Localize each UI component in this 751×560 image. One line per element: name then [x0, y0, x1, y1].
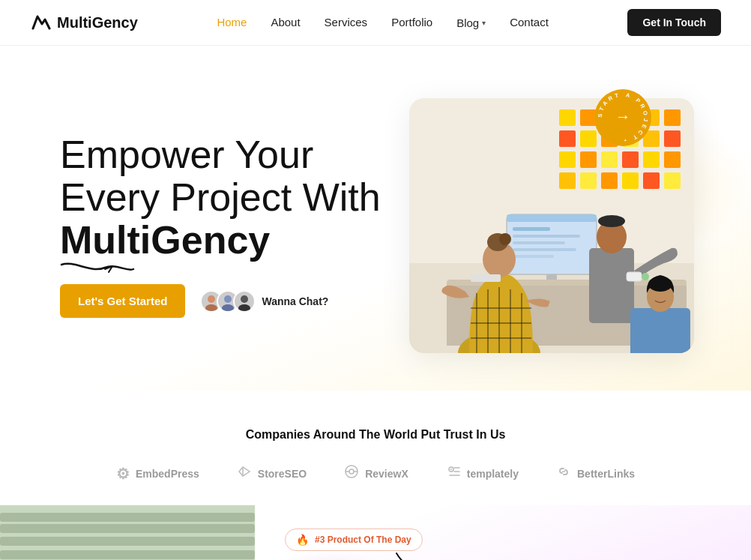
svg-rect-27 — [622, 151, 639, 168]
svg-rect-31 — [580, 172, 597, 189]
nav-link-portfolio[interactable]: Portfolio — [391, 16, 432, 28]
start-project-badge[interactable]: START A PROJECT • → — [592, 87, 654, 148]
svg-rect-35 — [664, 172, 681, 189]
curly-arrow — [393, 550, 438, 560]
svg-rect-17 — [664, 109, 681, 126]
svg-rect-81 — [0, 537, 255, 546]
logo[interactable]: MultiGency — [30, 12, 138, 33]
nav-link-about[interactable]: About — [271, 16, 300, 28]
bottom-right: 🔥 #3 Product Of The Day Your Vision, Our… — [255, 505, 751, 560]
svg-rect-33 — [622, 172, 639, 189]
svg-rect-66 — [627, 272, 642, 281]
trust-title: Companies Around The World Put Trust In … — [30, 428, 721, 442]
hero-title-line1: Empower Your — [60, 133, 313, 176]
storeseo-icon — [237, 464, 252, 483]
bottom-section: 🔥 #3 Product Of The Day Your Vision, Our… — [0, 505, 751, 560]
nav-link-services[interactable]: Services — [325, 16, 368, 28]
trust-section: Companies Around The World Put Trust In … — [0, 391, 751, 505]
trust-logo-reviewx[interactable]: ReviewX — [344, 464, 408, 483]
svg-rect-82 — [0, 524, 255, 533]
badge-circle-svg: START A PROJECT • → — [592, 87, 654, 148]
logo-icon — [30, 12, 51, 33]
avatar-group — [200, 290, 256, 313]
nav-link-contact[interactable]: Contact — [510, 16, 549, 28]
svg-rect-42 — [513, 255, 554, 258]
hero-title-line2: Every Project With — [60, 175, 381, 219]
svg-text:→: → — [615, 108, 630, 124]
trust-logo-storeseo[interactable]: StoreSEO — [237, 464, 307, 483]
svg-rect-32 — [601, 172, 618, 189]
svg-point-1 — [205, 304, 217, 311]
svg-rect-40 — [513, 241, 565, 244]
svg-rect-24 — [559, 151, 576, 168]
betterlinks-icon — [556, 464, 571, 483]
svg-rect-29 — [664, 151, 681, 168]
svg-rect-28 — [643, 151, 660, 168]
svg-rect-83 — [0, 513, 255, 522]
product-badge-text: #3 Product Of The Day — [315, 535, 411, 545]
svg-point-72 — [450, 469, 452, 470]
underline-decoration — [60, 259, 135, 275]
hero-right: START A PROJECT • → — [382, 83, 721, 368]
svg-rect-37 — [507, 214, 597, 222]
hero-section: Empower Your Every Project With MultiGen… — [0, 46, 751, 391]
nav-item-contact[interactable]: Contact — [510, 16, 549, 29]
svg-point-65 — [648, 277, 672, 292]
chevron-down-icon: ▾ — [482, 19, 486, 27]
svg-rect-68 — [471, 274, 501, 282]
bottom-image — [0, 505, 255, 560]
embedpress-label: EmbedPress — [136, 468, 199, 480]
logo-text: MultiGency — [57, 14, 138, 31]
reviewx-label: ReviewX — [365, 468, 408, 480]
svg-rect-25 — [580, 151, 597, 168]
svg-rect-23 — [664, 130, 681, 147]
hero-buttons: Let's Get Started Wanna Chat? — [60, 284, 382, 318]
svg-rect-80 — [0, 550, 255, 559]
wanna-chat-label: Wanna Chat? — [262, 295, 328, 307]
svg-point-2 — [224, 295, 232, 303]
hero-left: Empower Your Every Project With MultiGen… — [60, 133, 382, 319]
nav-item-home[interactable]: Home — [217, 16, 247, 29]
svg-point-61 — [598, 215, 625, 227]
nav-item-blog[interactable]: Blog ▾ — [456, 16, 486, 29]
nav-item-services[interactable]: Services — [325, 16, 368, 29]
hero-title: Empower Your Every Project With MultiGen… — [60, 133, 382, 262]
trust-logos: ⚙ EmbedPress StoreSEO ReviewX — [30, 464, 721, 483]
betterlinks-label: BetterLinks — [577, 468, 635, 480]
svg-point-4 — [241, 295, 248, 303]
get-in-touch-button[interactable]: Get In Touch — [627, 9, 721, 36]
roof-svg — [0, 505, 255, 560]
storeseo-label: StoreSEO — [258, 468, 307, 480]
nav-link-home[interactable]: Home — [217, 16, 247, 28]
svg-point-67 — [642, 273, 649, 280]
navbar: MultiGency Home About Services Portfolio… — [0, 0, 751, 46]
svg-point-3 — [222, 304, 234, 311]
nav-link-blog[interactable]: Blog ▾ — [456, 16, 486, 29]
svg-rect-12 — [559, 109, 576, 126]
avatar-3 — [233, 290, 256, 313]
wanna-chat-button[interactable]: Wanna Chat? — [200, 290, 328, 313]
svg-point-5 — [238, 304, 250, 311]
svg-rect-59 — [589, 248, 634, 323]
trust-logo-betterlinks[interactable]: BetterLinks — [556, 464, 635, 483]
trust-logo-templately[interactable]: templately — [446, 464, 519, 483]
lets-get-started-button[interactable]: Let's Get Started — [60, 284, 185, 318]
svg-rect-39 — [513, 235, 580, 238]
templately-icon — [446, 464, 461, 483]
reviewx-icon — [344, 464, 359, 483]
embedpress-icon: ⚙ — [116, 465, 130, 483]
svg-point-70 — [349, 469, 354, 474]
product-of-day-badge: 🔥 #3 Product Of The Day — [285, 529, 423, 551]
hero-brand-name: MultiGency — [60, 218, 270, 262]
svg-rect-34 — [643, 172, 660, 189]
nav-item-portfolio[interactable]: Portfolio — [391, 16, 432, 29]
trust-logo-embedpress[interactable]: ⚙ EmbedPress — [116, 465, 199, 483]
svg-rect-18 — [559, 130, 576, 147]
svg-rect-41 — [513, 248, 576, 251]
hero-title-brand: MultiGency — [60, 219, 270, 262]
svg-rect-38 — [513, 227, 550, 231]
svg-point-58 — [499, 233, 511, 245]
nav-item-about[interactable]: About — [271, 16, 300, 29]
svg-point-0 — [208, 295, 215, 303]
nav-links: Home About Services Portfolio Blog ▾ Con… — [217, 16, 549, 29]
